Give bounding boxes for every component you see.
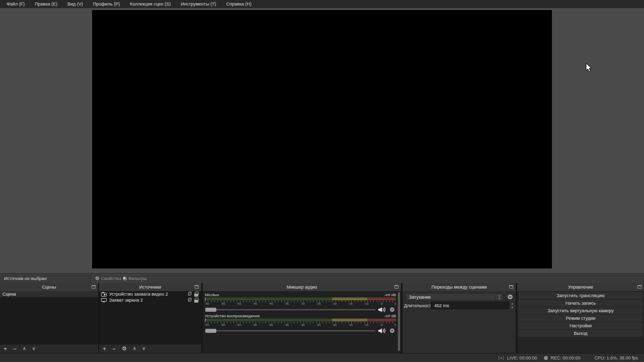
source-properties-gear-button[interactable]: ⚙	[122, 346, 127, 351]
visibility-eye-icon[interactable]: Ø	[188, 291, 192, 297]
exit-button[interactable]: Выход	[518, 330, 643, 337]
duration-value: 452 ms	[431, 303, 509, 308]
tick-label: -45	[253, 302, 257, 306]
menu-scene-collection[interactable]: Коллекция сцен (S)	[125, 0, 176, 8]
menu-profile[interactable]: Профиль (P)	[88, 0, 125, 8]
tick-label: -40	[269, 302, 273, 306]
live-time: LIVE: 00:00:00	[507, 355, 537, 360]
tick-label: -45	[253, 323, 257, 327]
studio-mode-button[interactable]: Режим студии	[518, 315, 643, 322]
cpu-fps-stats: CPU: 1.6%, 38.00 fps	[594, 355, 638, 360]
tick-label: -10	[364, 302, 369, 306]
speaker-icon[interactable]	[378, 328, 386, 334]
menu-help[interactable]: Справка (H)	[221, 0, 256, 8]
controls-panel: Управление Запустить трансляцию Начать з…	[517, 283, 644, 353]
transitions-header[interactable]: Переходы между сценами	[403, 283, 516, 291]
tick-label: -50	[236, 302, 241, 306]
volume-meter	[205, 299, 396, 300]
start-virtual-camera-button[interactable]: Запустить виртуальную камеру	[518, 307, 643, 314]
dock-popout-icon[interactable]	[637, 285, 641, 289]
sources-toolbar: + − ⚙ ∧ ∨	[99, 344, 201, 353]
display-capture-icon	[101, 298, 107, 303]
settings-button[interactable]: Настройки	[518, 322, 643, 329]
tick-label: -35	[284, 302, 289, 306]
scene-list-item[interactable]: Сцена	[0, 291, 98, 297]
preview-canvas[interactable]	[92, 10, 552, 268]
move-scene-up-button[interactable]: ∧	[23, 346, 26, 351]
add-source-button[interactable]: +	[103, 346, 106, 352]
tick-label: -60	[205, 323, 209, 327]
remove-source-button[interactable]: −	[112, 346, 116, 352]
transition-settings-gear-icon[interactable]: ⚙	[507, 293, 513, 301]
workspace	[0, 8, 644, 273]
source-list-item[interactable]: Устройство захвата видео 2 Ø	[99, 291, 201, 297]
combo-arrows-icon[interactable]: ∧∨	[496, 294, 503, 300]
rec-time: REC: 00:00:00	[550, 355, 580, 360]
scene-transitions-panel: Переходы между сценами Затухание ∧∨ ⚙ Дл…	[403, 283, 516, 353]
source-list-item[interactable]: Захват экрана 2 Ø	[99, 297, 201, 303]
start-streaming-button[interactable]: Запустить трансляцию	[518, 292, 643, 299]
channel-level-db: -inf dB	[384, 314, 396, 318]
tick-label: -30	[300, 302, 305, 306]
dock-popout-icon[interactable]	[509, 285, 513, 289]
transition-select[interactable]: Затухание ∧∨	[406, 293, 503, 301]
controls-title: Управление	[568, 285, 593, 290]
visibility-eye-icon[interactable]: Ø	[188, 297, 192, 303]
menu-tools[interactable]: Инструменты (T)	[176, 0, 221, 8]
scenes-list: Сцена	[0, 291, 98, 344]
transitions-body: Затухание ∧∨ ⚙ Длительность 452 ms ∧∨	[403, 291, 516, 353]
live-broadcast-icon	[498, 355, 505, 360]
controls-header[interactable]: Управление	[517, 283, 644, 291]
volume-slider-track[interactable]	[205, 330, 375, 331]
scenes-panel: Сцены Сцена + − ∧ ∨	[0, 283, 98, 353]
scenes-header[interactable]: Сцены	[0, 283, 98, 291]
tick-label: -25	[316, 302, 321, 306]
move-source-up-button[interactable]: ∧	[133, 346, 136, 351]
mixer-channel-desktop: Устройство воспроизведения -inf dB -60-5…	[205, 313, 396, 334]
menu-view[interactable]: Вид (V)	[62, 0, 88, 8]
mouse-cursor	[586, 63, 592, 72]
dock-popout-icon[interactable]	[92, 285, 96, 289]
volume-slider-handle[interactable]	[205, 329, 216, 333]
dock-popout-icon[interactable]	[394, 285, 398, 289]
volume-meter	[205, 320, 396, 321]
filter-icon	[123, 277, 127, 281]
sources-header[interactable]: Источники	[99, 283, 201, 291]
add-scene-button[interactable]: +	[4, 346, 7, 352]
properties-label: Свойства	[101, 276, 121, 281]
mixer-title: Микшер аудио	[287, 285, 317, 290]
tick-label: -55	[221, 302, 225, 306]
move-source-down-button[interactable]: ∨	[142, 346, 146, 351]
volume-slider-handle[interactable]	[205, 308, 216, 312]
move-scene-down-button[interactable]: ∨	[32, 346, 36, 351]
volume-meter	[205, 298, 396, 299]
menu-edit[interactable]: Правка (E)	[30, 0, 62, 8]
menu-file[interactable]: Файл (F)	[2, 0, 30, 8]
start-recording-button[interactable]: Начать запись	[518, 300, 643, 307]
lock-icon[interactable]	[194, 294, 198, 297]
mixer-scrollbar[interactable]	[397, 292, 400, 351]
mixer-channel-mic: Mic/Aux -inf dB -60-55-50-45-40-35-30-25…	[205, 292, 396, 313]
channel-name: Устройство воспроизведения	[205, 314, 260, 318]
duration-label: Длительность	[404, 303, 433, 308]
sources-title: Источники	[139, 285, 161, 290]
spinbox-arrows-icon[interactable]: ∧∨	[510, 302, 515, 309]
dock-area: Сцены Сцена + − ∧ ∨ Источники Устр	[0, 283, 644, 353]
mixer-body: Mic/Aux -inf dB -60-55-50-45-40-35-30-25…	[203, 291, 401, 353]
mixer-header[interactable]: Микшер аудио	[203, 283, 401, 291]
channel-level-db: -inf dB	[384, 293, 396, 297]
mixer-scrollbar-thumb[interactable]	[398, 292, 400, 351]
status-bar: LIVE: 00:00:00 REC: 00:00:00 CPU: 1.6%, …	[0, 353, 644, 362]
channel-settings-gear-icon[interactable]: ⚙	[389, 306, 395, 313]
tick-label: -15	[348, 323, 353, 327]
lock-icon[interactable]	[194, 300, 198, 303]
channel-settings-gear-icon[interactable]: ⚙	[389, 327, 395, 334]
remove-scene-button[interactable]: −	[13, 346, 17, 352]
transition-selected-value: Затухание	[406, 295, 496, 300]
dock-popout-icon[interactable]	[195, 285, 199, 289]
volume-meter	[205, 319, 396, 320]
filters-button[interactable]: Фильтры	[119, 275, 150, 282]
speaker-icon[interactable]	[378, 307, 386, 313]
volume-slider-track[interactable]	[205, 309, 375, 310]
duration-spinbox[interactable]: 452 ms	[431, 302, 509, 309]
